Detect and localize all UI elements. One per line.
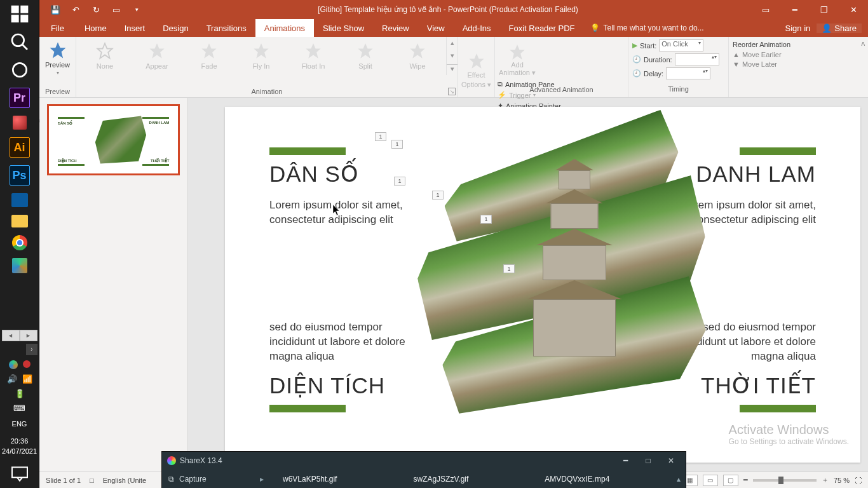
taskbar-expand[interactable]: › [26,344,37,355]
svg-rect-0 [11,6,18,13]
close-button[interactable]: ✕ [839,0,868,19]
add-animation-button[interactable]: AddAnimation ▾ [495,37,539,76]
sharex-scroll-up[interactable]: ▴ [672,475,686,484]
reading-view-button[interactable]: ▭ [703,475,718,486]
tray-row-1[interactable] [9,360,31,369]
duration-input[interactable]: ▴▾ [675,53,719,65]
zoom-slider[interactable] [753,479,817,482]
start-button[interactable] [10,4,30,24]
thumbnail-pane[interactable]: 1 ✱ DÂN SỐ DANH LAM DIỆN TÍCH THỜI TIẾT [39,98,188,471]
sharex-file[interactable]: w6VLaKP5ht.gif [283,475,337,484]
slide-canvas[interactable]: DÂN SỐ Lorem ipsum dolor sit amet, conse… [225,107,860,463]
move-later-button[interactable]: ▼Move Later [733,60,814,68]
svg-marker-10 [149,43,164,58]
sharex-close[interactable]: ✕ [661,456,681,465]
language-status[interactable]: English (Unite [103,477,146,484]
center-image[interactable] [403,121,721,419]
slideshow-view-button[interactable]: ▢ [723,475,738,486]
save-icon[interactable]: 💾 [47,2,64,17]
sharex-maximize[interactable]: □ [639,456,658,465]
date-label: 24/07/2021 [2,447,37,456]
premiere-icon[interactable]: Pr [10,88,30,108]
minimize-button[interactable]: ━ [780,0,810,19]
anim-split[interactable]: Split [341,42,390,70]
slide-editor[interactable]: DÂN SỐ Lorem ipsum dolor sit amet, conse… [188,98,868,471]
tab-insert[interactable]: Insert [116,19,154,37]
slide-counter[interactable]: Slide 1 of 1 [46,477,81,484]
animation-dialog-launcher[interactable]: ↘ [448,88,456,95]
taskbar-scroll[interactable]: ◄► [2,330,37,341]
anim-tag[interactable]: 1 [394,177,405,186]
ribbon-display-icon[interactable]: ▭ [751,0,780,19]
ribbon-tabs: File Home Insert Design Transitions Anim… [39,19,868,37]
tab-slideshow[interactable]: Slide Show [314,19,373,37]
svg-point-6 [13,63,26,76]
sharex-file[interactable]: AMVDQVxxIE.mp4 [545,475,609,484]
explorer-icon[interactable] [11,215,28,227]
collapse-ribbon-icon[interactable]: ʌ [858,37,868,97]
tab-addins[interactable]: Add-Ins [454,19,500,37]
start-select[interactable]: On Click ▾ [659,39,703,51]
qat-customize-icon[interactable]: ▾ [128,2,145,17]
anim-appear[interactable]: Appear [132,42,182,70]
sharex-file[interactable]: swZAgJSZzV.gif [413,475,468,484]
app-icon-2[interactable] [11,193,28,207]
svg-rect-1 [20,6,28,13]
zoom-out-button[interactable]: ━ [743,476,748,484]
app-icon-1[interactable] [13,116,27,130]
undo-icon[interactable]: ↶ [67,2,84,17]
tab-design[interactable]: Design [154,19,197,37]
zoom-level[interactable]: 75 % [834,477,850,484]
preview-star-icon [48,41,67,60]
search-icon[interactable] [10,32,30,52]
slide-thumbnail-1[interactable]: 1 ✱ DÂN SỐ DANH LAM DIỆN TÍCH THỜI TIẾT [47,104,180,175]
share-button[interactable]: 👤 Share [817,24,862,33]
sharex-window[interactable]: ShareX 13.4 ━ □ ✕ ⧉ Capture ▸ w6VLaKP5ht… [161,451,686,488]
anim-tag[interactable]: 1 [375,132,386,141]
gallery-spinner[interactable]: ▴▾▾ [446,37,458,75]
zoom-in-button[interactable]: ＋ [822,475,829,485]
anim-flyin[interactable]: Fly In [236,42,286,70]
photoshop-icon[interactable]: Ps [10,165,30,186]
taskbar-clock[interactable]: 20:36 24/07/2021 [2,437,37,456]
tab-home[interactable]: Home [76,19,116,37]
cortana-icon[interactable] [10,60,30,80]
effect-options-button[interactable]: EffectOptions ▾ [461,52,491,88]
tell-me-search[interactable]: 💡 Tell me what you want to do... [584,19,785,37]
fit-to-window-button[interactable]: ⛶ [855,477,862,484]
tray-row-2[interactable]: 🔊📶 [7,374,32,384]
tab-view[interactable]: View [418,19,454,37]
anim-wipe[interactable]: Wipe [393,42,442,70]
tab-transitions[interactable]: Transitions [198,19,255,37]
anim-tag[interactable]: 1 [432,191,444,200]
delay-input[interactable]: ▴▾ [666,67,710,79]
tray-row-3[interactable]: 🔋 [15,389,25,398]
tray-row-4[interactable]: ⌨ [13,403,25,413]
restore-button[interactable]: ❐ [810,0,839,19]
move-earlier-button[interactable]: ▲Move Earlier [733,51,814,58]
sign-in-link[interactable]: Sign in [785,24,811,33]
anim-fade[interactable]: Fade [184,42,234,70]
anim-floatin[interactable]: Float In [288,42,338,70]
tab-review[interactable]: Review [373,19,418,37]
sharex-capture-menu[interactable]: ⧉ Capture ▸ [162,475,264,484]
sharex-taskbar-icon[interactable] [12,258,27,273]
action-center-icon[interactable] [10,464,30,484]
tab-file[interactable]: File [39,19,76,37]
anim-tag[interactable]: 1 [503,264,515,273]
tab-foxit[interactable]: Foxit Reader PDF [499,19,583,37]
anim-tag[interactable]: 1 [480,215,492,224]
spellcheck-icon[interactable]: □ [90,477,94,484]
start-from-beginning-icon[interactable]: ▭ [108,2,125,17]
redo-icon[interactable]: ↻ [88,2,104,17]
anim-none[interactable]: None [80,42,130,70]
illustrator-icon[interactable]: Ai [10,137,30,158]
chrome-icon[interactable] [12,235,27,250]
left-bot-bar [269,405,346,412]
anim-tag[interactable]: 1 [391,140,403,149]
taskbar-lang[interactable]: ENG [12,419,27,429]
preview-button[interactable]: Preview ▾ [45,41,70,76]
right-top-bar [740,147,816,155]
sharex-minimize[interactable]: ━ [616,456,635,465]
tab-animations[interactable]: Animations [255,19,314,37]
